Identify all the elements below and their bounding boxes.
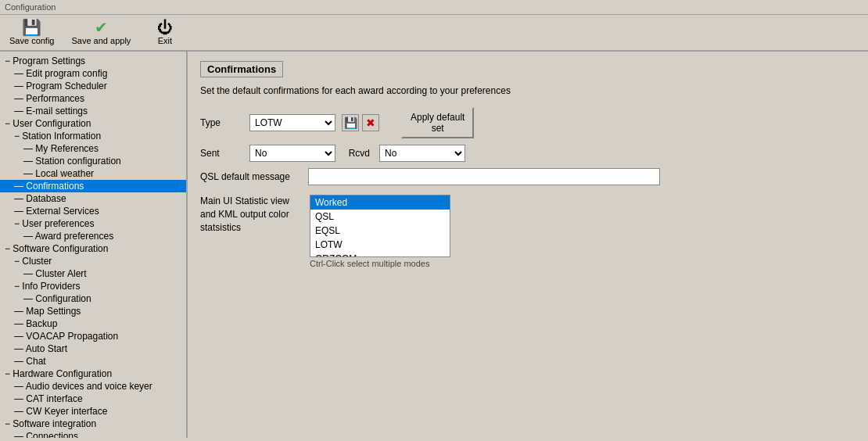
cancel-type-icon: ✖ — [366, 117, 375, 129]
sidebar-item-station-information[interactable]: − Station Information — [0, 130, 186, 142]
ctrl-hint: Ctrl-Click select multiple modes — [310, 259, 450, 268]
sidebar-item-confirmations[interactable]: — Confirmations — [0, 180, 186, 192]
sidebar-item-station-configuration[interactable]: — Station configuration — [0, 155, 186, 167]
apply-default-label: Apply defaultset — [411, 112, 464, 134]
exit-label: Exit — [158, 36, 172, 45]
save-apply-icon: ✔ — [95, 20, 108, 35]
sidebar-item-chat[interactable]: — Chat — [0, 355, 186, 368]
type-select[interactable]: LOTW QSL EQSL QRZCOM — [249, 114, 335, 131]
action-icons: 💾 ✖ — [342, 114, 379, 131]
cancel-type-button[interactable]: ✖ — [362, 114, 379, 131]
stat-item-qrzcom[interactable]: QRZCOM — [310, 252, 450, 257]
sidebar-item-map-settings[interactable]: — Map Settings — [0, 305, 186, 317]
stat-label: Main UI Statistic viewand KML output col… — [200, 195, 302, 234]
sidebar-item-audio-devices[interactable]: — Audio devices and voice keyer — [0, 380, 186, 393]
sidebar-item-cluster-alert[interactable]: — Cluster Alert — [0, 267, 186, 280]
sidebar-item-program-settings[interactable]: − Program Settings — [0, 55, 186, 67]
sidebar-item-connections[interactable]: — Connections — [0, 430, 186, 438]
save-apply-label: Save and apply — [71, 36, 131, 45]
sidebar-item-user-configuration[interactable]: − User Configuration — [0, 117, 186, 130]
sidebar-item-software-integration[interactable]: − Software integration — [0, 418, 186, 430]
stat-item-worked[interactable]: Worked — [310, 195, 450, 210]
sidebar-item-hardware-configuration[interactable]: − Hardware Configuration — [0, 368, 186, 380]
sidebar-item-database[interactable]: — Database — [0, 192, 186, 205]
main-layout: − Program Settings— Edit program config—… — [0, 52, 868, 438]
sidebar-item-cluster[interactable]: − Cluster — [0, 255, 186, 267]
sidebar-item-info-providers[interactable]: − Info Providers — [0, 280, 186, 292]
apply-default-button[interactable]: Apply defaultset — [401, 107, 474, 138]
sent-rcvd-row: Sent No Yes Requested Rcvd No Yes Reques… — [200, 145, 855, 162]
save-config-label: Save config — [9, 36, 54, 45]
rcvd-select[interactable]: No Yes Requested — [379, 145, 465, 162]
sidebar-item-voacap-propagation[interactable]: — VOACAP Propagation — [0, 330, 186, 342]
sidebar-item-edit-program-config[interactable]: — Edit program config — [0, 67, 186, 80]
sidebar-item-software-configuration[interactable]: − Software Configuration — [0, 242, 186, 255]
qsl-message-input[interactable] — [308, 168, 660, 185]
toolbar: 💾 Save config ✔ Save and apply ⏻ Exit — [0, 15, 868, 52]
save-config-button[interactable]: 💾 Save config — [5, 18, 59, 47]
exit-button[interactable]: ⏻ Exit — [143, 18, 186, 47]
save-type-icon: 💾 — [344, 117, 357, 129]
stat-item-lotw[interactable]: LOTW — [310, 238, 450, 252]
save-apply-button[interactable]: ✔ Save and apply — [66, 18, 135, 47]
qsl-message-label: QSL default message — [200, 171, 302, 182]
sidebar-item-cat-interface[interactable]: — CAT interface — [0, 393, 186, 405]
qsl-message-row: QSL default message — [200, 168, 855, 185]
title-bar: Configuration — [0, 0, 868, 15]
sent-label: Sent — [200, 148, 243, 159]
stat-item-eqsl[interactable]: EQSL — [310, 224, 450, 238]
rcvd-label: Rcvd — [342, 148, 373, 159]
sidebar-item-program-scheduler[interactable]: — Program Scheduler — [0, 80, 186, 92]
sidebar-item-auto-start[interactable]: — Auto Start — [0, 342, 186, 355]
save-type-button[interactable]: 💾 — [342, 114, 359, 131]
exit-icon: ⏻ — [157, 20, 173, 35]
sidebar-item-user-preferences[interactable]: − User preferences — [0, 217, 186, 230]
stat-listbox[interactable]: Worked QSL EQSL LOTW QRZCOM — [310, 195, 450, 257]
type-row: Type LOTW QSL EQSL QRZCOM 💾 ✖ Apply defa… — [200, 107, 855, 138]
type-label: Type — [200, 117, 243, 128]
sidebar-item-email-settings[interactable]: — E-mail settings — [0, 105, 186, 117]
sent-select[interactable]: No Yes Requested — [249, 145, 335, 162]
sidebar-item-backup[interactable]: — Backup — [0, 317, 186, 330]
stat-section: Main UI Statistic viewand KML output col… — [200, 195, 855, 268]
sidebar: − Program Settings— Edit program config—… — [0, 52, 188, 438]
sidebar-item-performances[interactable]: — Performances — [0, 92, 186, 105]
save-config-icon: 💾 — [22, 20, 41, 35]
sidebar-item-local-weather[interactable]: — Local weather — [0, 167, 186, 180]
sidebar-item-award-preferences[interactable]: — Award preferences — [0, 230, 186, 242]
section-title: Confirmations — [200, 61, 283, 77]
section-description: Set the default confirmations for each a… — [200, 85, 855, 96]
sidebar-item-cw-keyer[interactable]: — CW Keyer interface — [0, 405, 186, 418]
title-label: Configuration — [5, 2, 56, 12]
content-panel: Confirmations Set the default confirmati… — [188, 52, 868, 438]
stat-list-container: Main UI Statistic viewand KML output col… — [200, 195, 855, 268]
sidebar-item-external-services[interactable]: — External Services — [0, 205, 186, 217]
sidebar-item-my-references[interactable]: — My References — [0, 142, 186, 155]
sidebar-item-configuration[interactable]: — Configuration — [0, 292, 186, 305]
stat-item-qsl[interactable]: QSL — [310, 210, 450, 224]
